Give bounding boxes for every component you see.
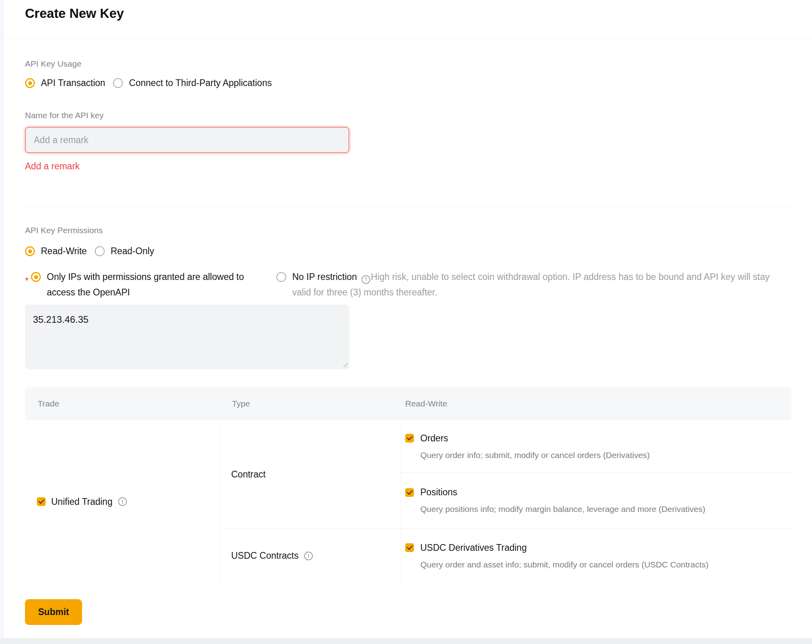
type-cell-usdc-contracts: USDC Contracts !: [221, 529, 401, 583]
radio-label: No IP restriction: [292, 272, 357, 282]
permission-cell-usdc-derivatives: USDC Derivatives Trading Query order and…: [401, 529, 791, 583]
warning-icon: !: [362, 275, 370, 284]
permission-cell-positions: Positions Query positions info; modify m…: [401, 473, 791, 529]
radio-label: Only IPs with permissions granted are al…: [47, 269, 266, 300]
radio-unselected-icon: [113, 78, 123, 88]
submit-button[interactable]: Submit: [25, 599, 82, 625]
type-cell-contract: Contract: [221, 420, 401, 529]
radio-label: Read-Write: [41, 246, 87, 257]
radio-unselected-icon: [276, 272, 286, 282]
radio-connect-third-party[interactable]: Connect to Third-Party Applications: [113, 78, 272, 88]
radio-selected-icon: [25, 78, 35, 88]
positions-description: Query positions info; modify margin bala…: [405, 504, 791, 514]
usdc-derivatives-trading-label: USDC Derivatives Trading: [420, 542, 527, 553]
ip-address-textarea[interactable]: 35.213.46.35: [25, 305, 349, 369]
usdc-contracts-label: USDC Contracts: [231, 550, 299, 561]
permission-cell-orders: Orders Query order info; submit, modify …: [401, 420, 791, 473]
trade-cell-unified-trading: Unified Trading !: [25, 420, 221, 583]
radio-label: Read-Only: [111, 246, 154, 257]
permissions-table-header: Trade Type Read-Write: [25, 387, 791, 420]
api-key-name-label: Name for the API key: [25, 110, 103, 121]
table-header-type: Type: [221, 399, 401, 408]
table-header-trade: Trade: [25, 399, 221, 408]
checkbox-unified-trading[interactable]: [37, 497, 46, 506]
header-divider: [4, 38, 812, 39]
api-key-usage-radio-group: API Transaction Connect to Third-Party A…: [25, 78, 272, 88]
info-icon[interactable]: !: [304, 552, 313, 560]
page-left-gutter: [0, 0, 4, 644]
page-title: Create New Key: [25, 6, 124, 21]
orders-description: Query order info; submit, modify or canc…: [405, 450, 791, 460]
info-icon[interactable]: !: [118, 497, 127, 506]
orders-label: Orders: [420, 433, 448, 444]
radio-label: Connect to Third-Party Applications: [129, 78, 272, 88]
radio-ip-restricted[interactable]: * Only IPs with permissions granted are …: [25, 269, 266, 300]
page-bottom-gutter: [0, 638, 812, 644]
create-new-key-page: Create New Key API Key Usage API Transac…: [0, 0, 812, 644]
permissions-table-body: Unified Trading ! Contract USDC Contract…: [25, 420, 791, 583]
checkbox-positions[interactable]: [405, 488, 414, 497]
radio-read-write[interactable]: Read-Write: [25, 246, 87, 257]
radio-no-ip-restriction[interactable]: No IP restriction!High risk, unable to s…: [276, 269, 786, 300]
radio-selected-icon: [25, 246, 35, 256]
no-ip-restriction-text: No IP restriction!High risk, unable to s…: [292, 269, 786, 300]
permissions-mode-radio-group: Read-Write Read-Only: [25, 246, 154, 257]
usdc-derivatives-description: Query order and asset info; submit, modi…: [405, 560, 791, 569]
api-key-name-error: Add a remark: [25, 161, 80, 172]
permissions-table: Trade Type Read-Write Unified Trading ! …: [25, 387, 791, 583]
api-key-permissions-label: API Key Permissions: [25, 225, 103, 236]
section-divider: [25, 206, 793, 206]
unified-trading-label: Unified Trading: [51, 496, 113, 507]
checkbox-usdc-derivatives-trading[interactable]: [405, 543, 414, 552]
table-header-read-write: Read-Write: [401, 399, 791, 408]
radio-selected-icon: [31, 272, 41, 282]
required-asterisk: *: [25, 275, 31, 286]
radio-unselected-icon: [95, 246, 105, 256]
checkbox-orders[interactable]: [405, 434, 414, 443]
api-key-usage-label: API Key Usage: [25, 59, 81, 69]
positions-label: Positions: [420, 487, 457, 498]
radio-read-only[interactable]: Read-Only: [95, 246, 154, 257]
radio-label: API Transaction: [41, 78, 105, 88]
contract-label: Contract: [231, 469, 266, 480]
radio-api-transaction[interactable]: API Transaction: [25, 78, 105, 88]
api-key-name-input[interactable]: [25, 127, 349, 153]
